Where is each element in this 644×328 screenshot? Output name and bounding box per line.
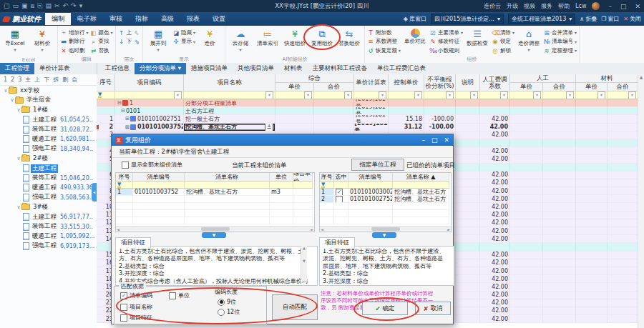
quick-paste-icon[interactable]: ▤ <box>45 2 52 9</box>
match-checkbox-3[interactable]: 项目特征 <box>120 314 152 322</box>
tree-toolbar-button[interactable]: 2 <box>11 76 14 83</box>
quick-cut-icon[interactable]: ✂ <box>54 2 60 9</box>
ribbon-move-up-button[interactable]: ↑上⇖ <box>118 29 141 37</box>
filter-cell[interactable] <box>133 182 185 189</box>
tree-item[interactable]: ∨2#楼 <box>0 154 97 164</box>
filter-cell[interactable]: ▾ <box>424 91 456 99</box>
scroll-right-icon[interactable]: ► <box>447 227 450 232</box>
match-checkbox-0[interactable]: ✓清单编码 <box>120 292 152 299</box>
filter-cell[interactable]: ▾ <box>184 91 275 99</box>
filter-dropdown-icon[interactable]: ▾ <box>470 91 478 99</box>
filter-cell[interactable]: ▾ <box>115 91 184 99</box>
tree-toolbar-button[interactable]: 上 <box>34 76 40 84</box>
auto-match-button[interactable]: 自动匹配 <box>272 294 318 320</box>
filter-dropdown-icon[interactable]: ▾ <box>628 91 636 99</box>
filter-row[interactable]: ▼▾▾▾▾▾▾▾▾▾▾▾▾▾ <box>97 91 644 99</box>
chevron-down-icon[interactable]: ∨ <box>3 88 9 94</box>
minimize-icon[interactable]: – <box>608 3 612 10</box>
scroll-left-icon[interactable]: ◄ <box>321 227 323 232</box>
ribbon-hide-button[interactable]: ◪隐藏▾ <box>172 29 195 37</box>
vertical-scrollbar[interactable]: ▲ <box>638 74 644 328</box>
filter-cell[interactable]: ▼ <box>320 182 334 189</box>
titlebar-item[interactable]: 视频 <box>524 2 535 10</box>
list-row[interactable] <box>320 217 451 224</box>
filter-cell[interactable]: ▾ <box>389 91 424 99</box>
match-checkbox-2[interactable]: 项目名称 <box>120 303 152 311</box>
list-row[interactable] <box>116 203 314 210</box>
ribbon-quick-price-button[interactable]: ¥快速组价 <box>282 27 308 47</box>
filter-cell[interactable]: ▾ <box>608 91 638 99</box>
scroll-left-icon[interactable]: ◄ <box>117 227 119 232</box>
ribbon-find-button[interactable]: ⌕查找 <box>90 38 113 46</box>
titlebar-item[interactable]: 帮助 <box>558 2 570 10</box>
quick-save-icon[interactable]: ▣ <box>21 2 28 9</box>
code-length-radio-1[interactable]: 12位 <box>218 308 240 316</box>
splitter-collapse-handle[interactable]: ◂ <box>92 183 97 202</box>
ribbon-excel-button[interactable]: ▦导Excel▾ <box>2 27 28 52</box>
filter-dropdown-icon[interactable]: ▾ <box>500 91 508 99</box>
list-row[interactable] <box>116 196 314 203</box>
feature-scrollbar[interactable]: ▲▼ <box>301 246 307 282</box>
minimize-icon[interactable]: – <box>421 136 425 144</box>
list-row[interactable] <box>116 217 314 224</box>
main-tab[interactable]: 材料表 <box>279 63 308 74</box>
titlebar-item[interactable]: 服务 <box>541 2 552 10</box>
filter-cell[interactable]: ▾ <box>275 91 314 99</box>
collapse-pill-icon[interactable]: ▼ <box>202 232 226 238</box>
ribbon-replace-button[interactable]: ⇄替换 <box>90 46 113 55</box>
close-icon[interactable]: ✕ <box>635 3 640 10</box>
menu-tab[interactable]: 指标 <box>129 13 155 25</box>
tree-item[interactable]: 装饰工程15,046,20.. <box>0 173 97 183</box>
filter-dropdown-icon[interactable]: ▾ <box>566 91 574 99</box>
tree-toolbar-button[interactable]: 1 <box>4 76 7 83</box>
chevron-down-icon[interactable]: ∨ <box>16 107 21 113</box>
filter-dropdown-icon[interactable]: ▾ <box>379 91 386 99</box>
code-length-radio-0[interactable]: 9位 <box>218 298 236 306</box>
ribbon-add-row-button[interactable]: ＋增加行▾ <box>60 29 89 37</box>
menu-tab[interactable]: 高级 <box>155 13 180 25</box>
tree-item[interactable]: 暖通工程1,095,992... <box>0 232 97 242</box>
collapse-pill-icon[interactable]: ▼ <box>372 232 396 238</box>
filter-cell[interactable]: ▾ <box>314 91 354 99</box>
quick-redo-icon[interactable]: ↷ <box>71 2 77 9</box>
ribbon-quota-tidy-button[interactable]: ≋定额整理▾ <box>543 46 577 55</box>
tree-toolbar-button[interactable]: 3 <box>18 76 21 83</box>
ribbon-edit-feature-button[interactable]: ✎修改特征 <box>429 38 463 46</box>
tree-item[interactable]: 暖通工程1,620,981... <box>0 134 97 144</box>
checkbox-icon[interactable]: ✓ <box>336 189 343 196</box>
filter-cell[interactable]: ▼ <box>97 91 115 99</box>
filter-cell[interactable] <box>334 182 348 189</box>
list-row[interactable]: 1010101003752挖沟槽、基坑土石方m3 <box>116 189 314 196</box>
chevron-down-icon[interactable]: ∨ <box>16 156 21 161</box>
quick-undo-icon[interactable]: ↶ <box>63 2 69 9</box>
dialog-filter-row[interactable]: ▼ <box>116 182 314 189</box>
chevron-down-icon[interactable]: ∨ <box>16 204 21 210</box>
library-window-button[interactable]: ◈ 库窗口 <box>404 15 426 23</box>
titlebar-item[interactable]: 升级 <box>507 2 518 10</box>
list-row[interactable]: 1✓010101003002挖沟槽、基坑土石方 <box>320 189 451 196</box>
ribbon-restore-quota-button[interactable]: ↺恢复定额▾ <box>367 46 401 55</box>
ribbon-replace-price-button[interactable]: ⇆替换组价 <box>336 27 362 47</box>
ribbon-show-button[interactable]: ✣显示▾ <box>172 38 195 46</box>
tree-item[interactable]: 装饰工程31,028,72.. <box>0 124 97 134</box>
tree-item[interactable]: ∨1#楼 <box>0 105 97 115</box>
ribbon-cost-button[interactable]: ¥造价 <box>197 27 223 47</box>
collapse-ribbon-button[interactable]: ∧ 折叠 <box>580 15 597 23</box>
list-row[interactable] <box>320 210 451 217</box>
tree-item[interactable]: ∨学生宿舍 <box>0 96 97 106</box>
window-button[interactable]: ❐ 窗口 <box>601 15 619 23</box>
quick-open-icon[interactable]: ▭ <box>13 2 19 9</box>
titlebar-item[interactable]: 造价云 <box>484 2 501 10</box>
ribbon-reuse-price-button[interactable]: ⧉复用组价 <box>309 27 335 47</box>
ribbon-price-compare-button[interactable]: 单价对比 <box>402 27 428 45</box>
close-project-button[interactable]: ✕ 关闭 <box>623 15 641 23</box>
list-row[interactable]: 2010101002752挖沟槽、基坑土石方 <box>320 196 451 203</box>
quick-save-all-icon[interactable]: ⧈ <box>31 2 35 9</box>
filter-dropdown-icon[interactable]: ▾ <box>344 91 352 99</box>
collapse-minus-icon[interactable]: ⊟ <box>117 100 122 106</box>
tree-item[interactable]: 土建工程 <box>0 164 97 174</box>
menu-tab[interactable]: 设置 <box>206 13 232 25</box>
scrollbar-thumb[interactable] <box>201 227 230 231</box>
filter-cell[interactable] <box>270 182 293 189</box>
main-tab[interactable]: 工程信息 <box>100 63 135 74</box>
